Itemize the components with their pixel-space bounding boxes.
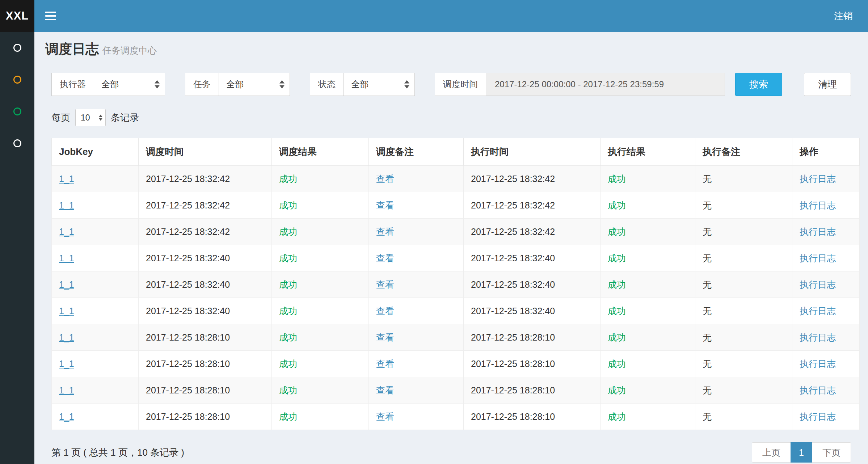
sidebar-menu: [0, 32, 34, 464]
select-arrows-icon: [279, 80, 285, 89]
sidebar-toggle-hamburger-icon[interactable]: [45, 12, 56, 20]
col-header-trigger-msg: 调度备注: [369, 138, 464, 166]
circle-icon: [13, 139, 21, 147]
status-select-value: 全部: [351, 79, 368, 90]
job-select[interactable]: 全部: [219, 73, 290, 96]
next-page-button[interactable]: 下页: [812, 442, 851, 463]
job-key-link[interactable]: 1_1: [59, 174, 74, 184]
job-key-link[interactable]: 1_1: [59, 332, 74, 342]
sidebar-item-4[interactable]: [0, 127, 34, 159]
sidebar-item-1[interactable]: [0, 32, 34, 64]
trigger-time: 2017-12-25 18:32:42: [146, 227, 230, 237]
job-key-link[interactable]: 1_1: [59, 306, 74, 316]
job-key-link[interactable]: 1_1: [59, 385, 74, 395]
executor-select-value: 全部: [101, 79, 119, 90]
job-key-link[interactable]: 1_1: [59, 227, 74, 237]
exec-log-link[interactable]: 执行日志: [800, 306, 836, 316]
exec-log-link[interactable]: 执行日志: [800, 385, 836, 395]
trigger-msg-link[interactable]: 查看: [376, 359, 394, 369]
col-header-trigger-result: 调度结果: [272, 138, 369, 166]
handle-result: 成功: [608, 174, 626, 184]
trigger-result: 成功: [279, 279, 297, 290]
trigger-time: 2017-12-25 18:32:40: [146, 279, 230, 290]
trigger-msg-link[interactable]: 查看: [376, 412, 394, 422]
trigger-time-range-input[interactable]: 2017-12-25 00:00:00 - 2017-12-25 23:59:5…: [486, 73, 725, 96]
trigger-msg-link[interactable]: 查看: [376, 385, 394, 395]
handle-result: 成功: [608, 332, 626, 342]
job-key-link[interactable]: 1_1: [59, 279, 74, 290]
handle-time: 2017-12-25 18:32:42: [471, 227, 555, 237]
job-key-link[interactable]: 1_1: [59, 253, 74, 263]
trigger-msg-link[interactable]: 查看: [376, 200, 394, 210]
col-header-trigger-time: 调度时间: [139, 138, 272, 166]
page-size-prefix: 每页: [51, 111, 70, 124]
handle-msg: 无: [703, 385, 712, 395]
trigger-msg-link[interactable]: 查看: [376, 253, 394, 263]
handle-time: 2017-12-25 18:32:42: [471, 200, 555, 210]
trigger-time: 2017-12-25 18:32:40: [146, 306, 230, 316]
exec-log-link[interactable]: 执行日志: [800, 227, 836, 237]
clear-button[interactable]: 清理: [804, 73, 851, 96]
page-subtitle: 任务调度中心: [102, 45, 157, 55]
page-size-row: 每页 10 条记录: [51, 109, 851, 126]
page-size-suffix: 条记录: [111, 111, 139, 124]
trigger-msg-link[interactable]: 查看: [376, 332, 394, 342]
handle-msg: 无: [703, 279, 712, 290]
trigger-msg-link[interactable]: 查看: [376, 279, 394, 290]
current-page-button[interactable]: 1: [791, 442, 812, 463]
trigger-result: 成功: [279, 359, 297, 369]
exec-log-link[interactable]: 执行日志: [800, 412, 836, 422]
sidebar-item-3[interactable]: [0, 96, 34, 127]
exec-log-link[interactable]: 执行日志: [800, 200, 836, 210]
trigger-result: 成功: [279, 253, 297, 263]
exec-log-link[interactable]: 执行日志: [800, 174, 836, 184]
handle-result: 成功: [608, 385, 626, 395]
trigger-result: 成功: [279, 306, 297, 316]
filter-bar: 执行器 全部 任务 全部 状态 全部: [51, 73, 851, 96]
exec-log-link[interactable]: 执行日志: [800, 359, 836, 369]
job-key-link[interactable]: 1_1: [59, 200, 74, 210]
exec-log-link[interactable]: 执行日志: [800, 279, 836, 290]
trigger-result: 成功: [279, 227, 297, 237]
col-header-handle-time: 执行时间: [464, 138, 601, 166]
sidebar-item-2[interactable]: [0, 64, 34, 96]
table-row: 1_12017-12-25 18:32:42成功查看2017-12-25 18:…: [52, 192, 860, 219]
exec-log-link[interactable]: 执行日志: [800, 332, 836, 342]
status-select[interactable]: 全部: [344, 73, 415, 96]
trigger-msg-link[interactable]: 查看: [376, 174, 394, 184]
trigger-time: 2017-12-25 18:32:40: [146, 253, 230, 263]
handle-time: 2017-12-25 18:32:40: [471, 279, 555, 290]
table-row: 1_12017-12-25 18:32:42成功查看2017-12-25 18:…: [52, 219, 860, 245]
main-content: 调度日志任务调度中心 执行器 全部 任务 全部 状态 全部: [34, 32, 868, 464]
handle-result: 成功: [608, 412, 626, 422]
handle-msg: 无: [703, 412, 712, 422]
trigger-time: 2017-12-25 18:28:10: [146, 359, 230, 369]
handle-time: 2017-12-25 18:28:10: [471, 359, 555, 369]
trigger-msg-link[interactable]: 查看: [376, 227, 394, 237]
page-size-select[interactable]: 10: [75, 109, 106, 126]
executor-select[interactable]: 全部: [94, 73, 165, 96]
trigger-result: 成功: [279, 332, 297, 342]
trigger-result: 成功: [279, 385, 297, 395]
trigger-time: 2017-12-25 18:28:10: [146, 412, 230, 422]
handle-time: 2017-12-25 18:28:10: [471, 412, 555, 422]
exec-log-link[interactable]: 执行日志: [800, 253, 836, 263]
col-header-handle-msg: 执行备注: [695, 138, 792, 166]
job-key-link[interactable]: 1_1: [59, 359, 74, 369]
select-arrows-icon: [155, 80, 160, 89]
prev-page-button[interactable]: 上页: [752, 442, 791, 463]
table-footer: 第 1 页 ( 总共 1 页，10 条记录 ) 上页 1 下页: [51, 442, 851, 463]
job-key-link[interactable]: 1_1: [59, 412, 74, 422]
handle-msg: 无: [703, 200, 712, 210]
table-row: 1_12017-12-25 18:32:40成功查看2017-12-25 18:…: [52, 271, 860, 298]
handle-time: 2017-12-25 18:28:10: [471, 332, 555, 342]
trigger-msg-link[interactable]: 查看: [376, 306, 394, 316]
table-header-row: JobKey 调度时间 调度结果 调度备注 执行时间 执行结果 执行备注 操作: [52, 138, 860, 166]
logout-link[interactable]: 注销: [834, 10, 853, 22]
navbar-main: 注销: [34, 0, 868, 32]
search-button[interactable]: 搜索: [735, 73, 782, 96]
handle-result: 成功: [608, 200, 626, 210]
handle-msg: 无: [703, 359, 712, 369]
trigger-time: 2017-12-25 18:28:10: [146, 332, 230, 342]
table-row: 1_12017-12-25 18:28:10成功查看2017-12-25 18:…: [52, 351, 860, 377]
